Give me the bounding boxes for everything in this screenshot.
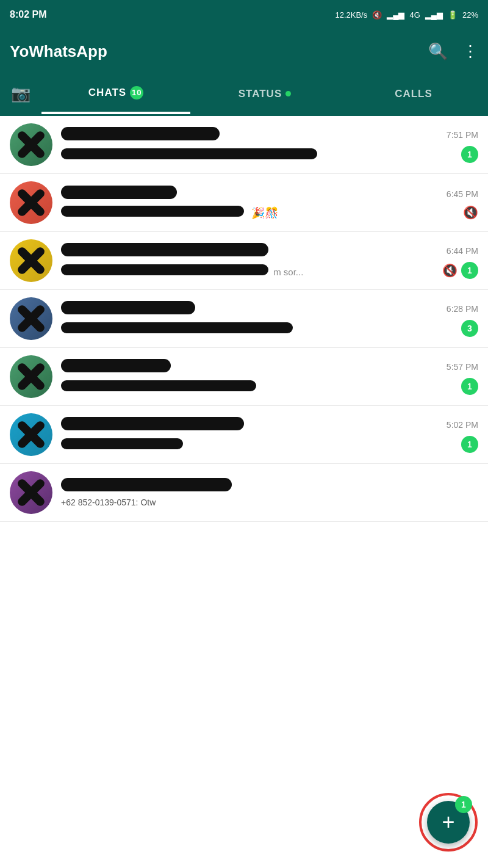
plus-icon: + xyxy=(442,811,454,833)
redacted-msg xyxy=(61,322,293,333)
avatar xyxy=(10,123,52,166)
chat-content: 6:45 PM 🎉🎊 🔇 xyxy=(61,186,478,220)
battery-icon: 🔋 xyxy=(448,10,458,20)
chat-name xyxy=(61,359,442,375)
redacted-msg xyxy=(61,206,244,217)
chat-item[interactable]: +62 852-0139-0571: Otw xyxy=(0,464,488,522)
chat-time: 6:44 PM xyxy=(447,246,478,256)
chat-item[interactable]: 6:45 PM 🎉🎊 🔇 xyxy=(0,174,488,232)
redacted-name xyxy=(61,127,220,140)
chat-msg: +62 852-0139-0571: Otw xyxy=(61,497,473,507)
chat-name xyxy=(61,478,473,494)
status-right: 12.2KB/s 🔇 ▂▄▆ 4G ▂▄▆ 🔋 22% xyxy=(335,10,478,20)
chat-name xyxy=(61,243,442,259)
unread-badge: 1 xyxy=(461,378,478,395)
network-type: 4G xyxy=(409,10,420,20)
chat-time: 7:51 PM xyxy=(447,130,478,140)
redacted-msg xyxy=(61,264,268,275)
chat-content: 5:02 PM 1 xyxy=(61,417,478,453)
tab-status-label: STATUS xyxy=(239,88,282,100)
chat-msg: m sor... xyxy=(61,263,437,277)
chat-list: 7:51 PM 1 6:45 P xyxy=(0,116,488,522)
tab-chats-label: CHATS xyxy=(88,87,126,99)
app-title: YoWhatsApp xyxy=(10,42,107,61)
chat-content: +62 852-0139-0571: Otw xyxy=(61,478,478,507)
chat-content: 5:57 PM 1 xyxy=(61,359,478,395)
app-bar-actions: 🔍 ⋮ xyxy=(428,42,478,61)
mute-status-icon: 🔇 xyxy=(372,10,382,20)
avatar xyxy=(10,239,52,282)
status-bar: 8:02 PM 12.2KB/s 🔇 ▂▄▆ 4G ▂▄▆ 🔋 22% xyxy=(0,0,488,29)
avatar xyxy=(10,355,52,398)
chat-msg xyxy=(61,321,456,335)
chat-time: 5:02 PM xyxy=(447,420,478,430)
chat-time: 6:28 PM xyxy=(447,304,478,314)
signal-bars: ▂▄▆ xyxy=(387,10,404,20)
fab-badge: 1 xyxy=(455,796,472,813)
redacted-msg xyxy=(61,438,183,449)
chat-msg xyxy=(61,379,456,393)
chat-name xyxy=(61,417,442,433)
chat-item[interactable]: 7:51 PM 1 xyxy=(0,116,488,174)
menu-icon[interactable]: ⋮ xyxy=(462,42,478,61)
mute-icon: 🔇 xyxy=(463,205,478,220)
tab-camera[interactable]: 📷 xyxy=(0,73,41,114)
avatar xyxy=(10,297,52,340)
chat-meta: 1 xyxy=(461,146,478,163)
chat-name xyxy=(61,127,442,143)
chat-name xyxy=(61,301,442,317)
redacted-name xyxy=(61,417,244,430)
avatar xyxy=(10,471,52,514)
tab-calls[interactable]: CALLS xyxy=(339,73,488,114)
chat-item[interactable]: 5:02 PM 1 xyxy=(0,406,488,464)
redacted-name xyxy=(61,478,232,491)
tab-bar: 📷 CHATS 10 STATUS CALLS xyxy=(0,73,488,116)
chat-time: 6:45 PM xyxy=(447,189,478,199)
chat-meta: 1 xyxy=(461,436,478,453)
chat-msg: 🎉🎊 xyxy=(61,204,458,220)
app-bar: YoWhatsApp 🔍 ⋮ xyxy=(0,29,488,73)
redacted-msg xyxy=(61,380,256,391)
tab-chats[interactable]: CHATS 10 xyxy=(41,73,190,114)
signal-bars-2: ▂▄▆ xyxy=(425,10,443,20)
chat-time: 5:57 PM xyxy=(447,362,478,372)
chat-meta: 1 xyxy=(461,378,478,395)
redacted-msg xyxy=(61,148,317,159)
chat-meta: 🔇 1 xyxy=(442,262,478,279)
redacted-name xyxy=(61,186,177,199)
network-speed: 12.2KB/s xyxy=(335,10,367,20)
chat-content: 6:44 PM m sor... 🔇 1 xyxy=(61,243,478,279)
status-time: 8:02 PM xyxy=(10,9,46,20)
chat-meta: 🔇 xyxy=(463,205,478,220)
unread-badge: 3 xyxy=(461,320,478,337)
chat-content: 7:51 PM 1 xyxy=(61,127,478,163)
avatar xyxy=(10,413,52,456)
redacted-name xyxy=(61,301,195,314)
tab-calls-label: CALLS xyxy=(395,88,432,100)
search-icon[interactable]: 🔍 xyxy=(428,42,448,61)
battery-level: 22% xyxy=(462,10,478,20)
redacted-name xyxy=(61,243,268,256)
unread-badge: 1 xyxy=(461,436,478,453)
chat-name xyxy=(61,186,442,202)
unread-badge: 1 xyxy=(461,262,478,279)
chat-item[interactable]: 5:57 PM 1 xyxy=(0,348,488,406)
chat-item[interactable]: 6:28 PM 3 xyxy=(0,290,488,348)
mute-icon: 🔇 xyxy=(442,263,458,278)
redacted-name xyxy=(61,359,171,372)
chat-msg xyxy=(61,147,456,161)
fab-container: 1 + xyxy=(427,801,470,844)
chat-content: 6:28 PM 3 xyxy=(61,301,478,337)
avatar xyxy=(10,181,52,224)
status-dot xyxy=(285,91,291,96)
tab-status[interactable]: STATUS xyxy=(190,73,339,114)
unread-badge: 1 xyxy=(461,146,478,163)
chat-meta: 3 xyxy=(461,320,478,337)
chat-item[interactable]: 6:44 PM m sor... 🔇 1 xyxy=(0,232,488,290)
fab-wrapper: 1 + xyxy=(427,801,470,844)
camera-icon: 📷 xyxy=(11,84,30,103)
chat-msg xyxy=(61,437,456,451)
chats-badge: 10 xyxy=(130,86,143,99)
